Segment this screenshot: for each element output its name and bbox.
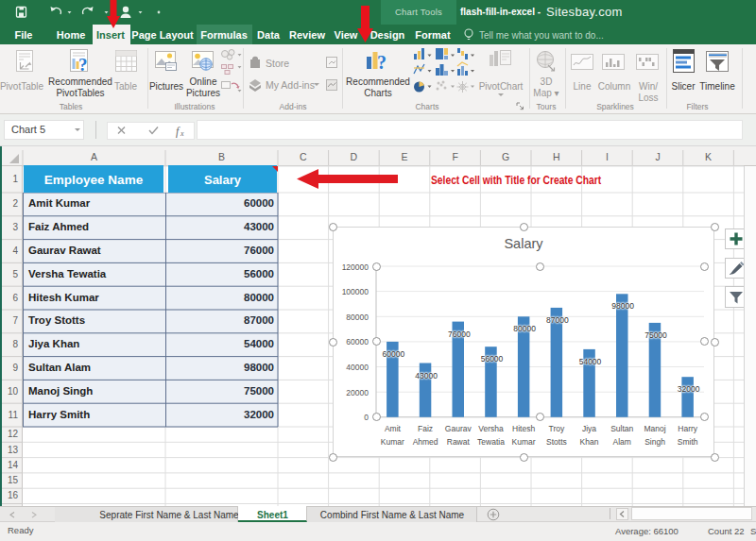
svg-text:?: ? <box>78 55 88 75</box>
svg-text:x: x <box>180 129 184 138</box>
svg-text:?: ? <box>377 52 387 73</box>
